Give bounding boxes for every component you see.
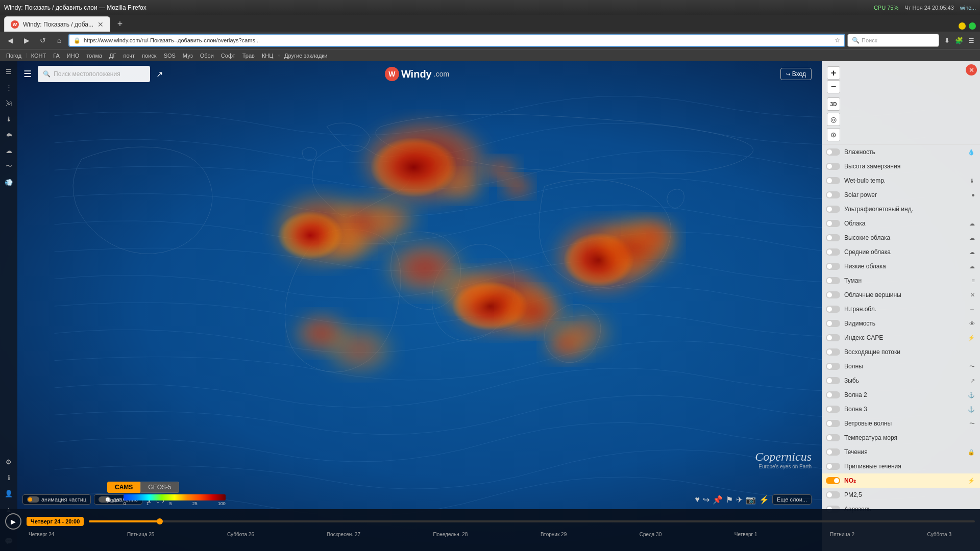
- toggle-pm25[interactable]: [826, 491, 840, 498]
- hamburger-menu[interactable]: ☰: [23, 68, 32, 80]
- wind-button[interactable]: 🌬: [2, 96, 16, 110]
- toggle-low-clouds[interactable]: [826, 263, 840, 270]
- toggle-humidity[interactable]: [826, 148, 840, 156]
- toggle-cape[interactable]: [826, 334, 840, 341]
- window-switcher[interactable]: winc...: [960, 5, 976, 11]
- bookmark-ga[interactable]: ГА: [50, 52, 63, 60]
- cloud-button[interactable]: ☁: [2, 143, 16, 158]
- layer-pm25[interactable]: PM2,5: [822, 488, 980, 502]
- minimize-button[interactable]: [959, 22, 966, 30]
- new-tab-button[interactable]: +: [112, 16, 128, 32]
- downloads-icon[interactable]: ⬇: [941, 35, 952, 46]
- layer-high-clouds[interactable]: Высокие облака ☁: [822, 231, 980, 245]
- geos5-button[interactable]: GEOS-5: [140, 482, 179, 493]
- toggle-fog[interactable]: [826, 277, 840, 284]
- timeline-bar[interactable]: [89, 520, 975, 522]
- toggle-wetbulb[interactable]: [826, 177, 840, 184]
- reload-button[interactable]: ↺: [36, 33, 50, 47]
- menu-side-button[interactable]: ⋮: [2, 80, 16, 94]
- timeline-track[interactable]: [89, 520, 975, 522]
- layer-tidal[interactable]: Приливные течения: [822, 459, 980, 473]
- back-button[interactable]: ◀: [3, 33, 17, 47]
- layer-solar[interactable]: Solar power ●: [822, 188, 980, 202]
- bookmark-tolma[interactable]: толма: [83, 52, 105, 60]
- toggle-swell[interactable]: [826, 377, 840, 384]
- toggle-currents[interactable]: [826, 448, 840, 456]
- toggle-cloud-base[interactable]: [826, 306, 840, 313]
- layer-clouds[interactable]: Облака ☁: [822, 216, 980, 231]
- toggle-waves[interactable]: [826, 363, 840, 370]
- toggle-mid-clouds[interactable]: [826, 248, 840, 256]
- bookmark-knc[interactable]: КНЦ: [259, 52, 277, 60]
- toggle-cloud-tops[interactable]: [826, 291, 840, 298]
- layer-swell[interactable]: Зыбь ↗: [822, 373, 980, 388]
- compass-button[interactable]: ◎: [827, 113, 840, 126]
- layer-no2[interactable]: NO₂ ⚡: [822, 473, 980, 488]
- particle-anim-button[interactable]: анимация частиц: [22, 494, 91, 505]
- location-search[interactable]: 🔍 Поиск местоположения: [38, 66, 150, 82]
- layer-sea-temp[interactable]: Температура моря: [822, 431, 980, 445]
- timeline-cursor[interactable]: [157, 518, 163, 524]
- layer-mid-clouds[interactable]: Средние облака ☁: [822, 245, 980, 259]
- toggle-high-clouds[interactable]: [826, 234, 840, 241]
- info-side-button[interactable]: ℹ: [2, 470, 16, 485]
- layer-fog[interactable]: Туман ≡: [822, 273, 980, 288]
- toggle-wave3[interactable]: [826, 406, 840, 413]
- bookmark-sos[interactable]: SOS: [161, 52, 179, 60]
- layer-wind-waves[interactable]: Ветровые волны 〜: [822, 416, 980, 431]
- layer-humidity[interactable]: Влажность 💧: [822, 145, 980, 159]
- bookmark-soft[interactable]: Софт: [218, 52, 238, 60]
- 3d-button[interactable]: 3D: [827, 97, 840, 111]
- location-button[interactable]: ⊕: [827, 128, 840, 141]
- bookmark-dg[interactable]: ДГ: [106, 52, 119, 60]
- layer-visibility[interactable]: Видимость 👁: [822, 316, 980, 331]
- toggle-sea-temp[interactable]: [826, 434, 840, 441]
- bookmark-muz[interactable]: Муз: [180, 52, 196, 60]
- maximize-button[interactable]: [969, 22, 976, 30]
- play-button[interactable]: ▶: [5, 513, 21, 530]
- layer-waves[interactable]: Волны 〜: [822, 359, 980, 373]
- toggle-wave2[interactable]: [826, 391, 840, 398]
- particle-anim-toggle[interactable]: [27, 496, 39, 503]
- layer-freeze[interactable]: Высота замерзания: [822, 159, 980, 173]
- temp-button[interactable]: 🌡: [2, 112, 16, 126]
- toggle-freeze[interactable]: [826, 163, 840, 170]
- layer-cloud-tops[interactable]: Облачные вершины ✕: [822, 288, 980, 302]
- layer-low-clouds[interactable]: Низкие облака ☁: [822, 259, 980, 273]
- rain-button[interactable]: 🌧: [2, 128, 16, 142]
- toggle-visibility[interactable]: [826, 320, 840, 327]
- bookmark-oboi[interactable]: Обои: [197, 52, 217, 60]
- air-button[interactable]: 💨: [2, 175, 16, 189]
- bookmark-ino[interactable]: ИНО: [64, 52, 82, 60]
- toggle-no2[interactable]: [826, 477, 840, 484]
- layer-wetbulb[interactable]: Wet-bulb temp. 🌡: [822, 173, 980, 188]
- layer-wave2[interactable]: Волна 2 ⚓: [822, 388, 980, 402]
- bookmark-other[interactable]: Другие закладки: [281, 52, 330, 60]
- share-button[interactable]: ↗: [156, 69, 163, 79]
- layers-button[interactable]: ☰: [2, 64, 16, 79]
- toggle-clouds[interactable]: [826, 220, 840, 227]
- layer-uv[interactable]: Ультрафиолетовый инд.: [822, 202, 980, 216]
- layer-currents[interactable]: Течения 🔒: [822, 445, 980, 459]
- bookmark-poct[interactable]: почт: [120, 52, 138, 60]
- toggle-solar[interactable]: [826, 191, 840, 198]
- bookmark-trav[interactable]: Трав: [239, 52, 258, 60]
- layer-cape[interactable]: Индекс CAPE ⚡: [822, 331, 980, 345]
- address-input[interactable]: 🔒 https://www.windy.com/ru/-Показать--до…: [68, 34, 845, 47]
- panel-close-button[interactable]: ✕: [966, 64, 977, 76]
- settings-button[interactable]: ⚙: [2, 455, 16, 469]
- home-button[interactable]: ⌂: [52, 33, 66, 47]
- user-button[interactable]: 👤: [2, 486, 16, 500]
- login-button[interactable]: ↪ Вход: [780, 68, 812, 80]
- bookmark-poisk[interactable]: поиск: [139, 52, 160, 60]
- zoom-in-button[interactable]: +: [827, 66, 840, 80]
- extensions-icon[interactable]: 🧩: [953, 35, 965, 46]
- layer-updrafts[interactable]: Восходящие потоки: [822, 345, 980, 359]
- toggle-updrafts[interactable]: [826, 348, 840, 356]
- search-box[interactable]: 🔍 Поиск: [847, 34, 939, 47]
- bookmark-pogod[interactable]: Погод: [3, 52, 24, 60]
- zoom-out-button[interactable]: −: [827, 80, 840, 93]
- bookmark-kont[interactable]: КОНТ: [28, 52, 50, 60]
- forward-button[interactable]: ▶: [19, 33, 34, 47]
- wave-button[interactable]: 〜: [2, 159, 16, 173]
